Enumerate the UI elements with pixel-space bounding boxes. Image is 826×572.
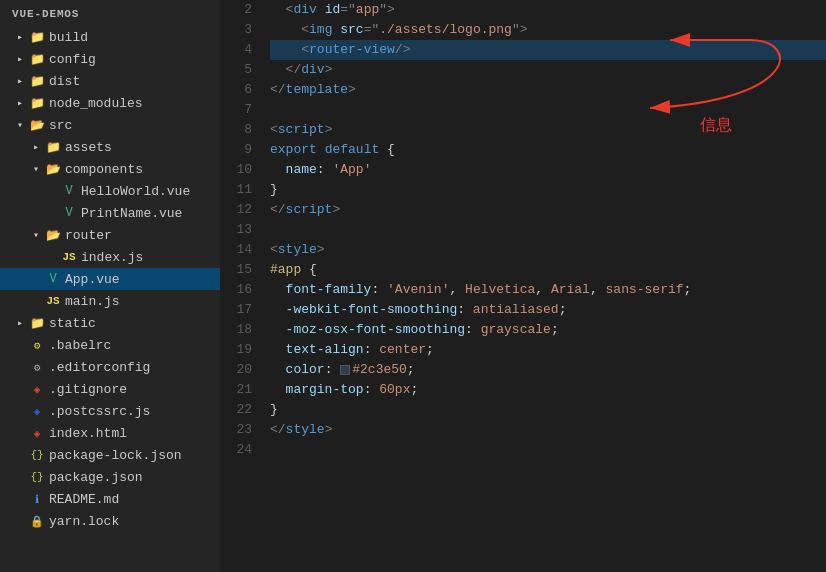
arrow-router — [28, 229, 44, 241]
code-line-23: </style> — [270, 420, 826, 440]
line-numbers: 2 3 4 5 6 7 8 9 10 11 12 13 14 15 16 17 … — [220, 0, 262, 572]
code-line-15: #app { — [270, 260, 826, 280]
sidebar-item-appvue[interactable]: V App.vue — [0, 268, 220, 290]
label-postcssrc: .postcssrc.js — [49, 404, 150, 419]
label-packagelock: package-lock.json — [49, 448, 182, 463]
folder-icon-build: 📁 — [28, 30, 46, 45]
pkglock-icon: {} — [28, 449, 46, 461]
js-icon-main: JS — [44, 295, 62, 307]
folder-icon-config: 📁 — [28, 52, 46, 67]
vue-icon-printname: V — [60, 206, 78, 220]
sidebar-item-config[interactable]: 📁 config — [0, 48, 220, 70]
sidebar-item-router[interactable]: 📂 router — [0, 224, 220, 246]
git-icon: ◈ — [28, 383, 46, 396]
arrow-assets — [28, 141, 44, 153]
folder-icon-components: 📂 — [44, 162, 62, 177]
sidebar-item-dist[interactable]: 📁 dist — [0, 70, 220, 92]
sidebar-item-editorconfig[interactable]: ⚙ .editorconfig — [0, 356, 220, 378]
yarn-icon: 🔒 — [28, 515, 46, 528]
code-line-4: <router-view/> — [270, 40, 826, 60]
sidebar-item-readme[interactable]: ℹ README.md — [0, 488, 220, 510]
label-packagejson: package.json — [49, 470, 143, 485]
arrow-components — [28, 163, 44, 175]
sidebar-item-packagejson[interactable]: {} package.json — [0, 466, 220, 488]
code-line-14: <style> — [270, 240, 826, 260]
sidebar-item-babelrc[interactable]: ⚙ .babelrc — [0, 334, 220, 356]
folder-icon-static: 📁 — [28, 316, 46, 331]
code-line-2: <div id="app"> — [270, 0, 826, 20]
label-appvue: App.vue — [65, 272, 120, 287]
json-icon: {} — [28, 471, 46, 483]
sidebar-item-static[interactable]: 📁 static — [0, 312, 220, 334]
color-swatch-2c3e50 — [340, 365, 350, 375]
folder-icon-src: 📂 — [28, 118, 46, 133]
code-line-18: -moz-osx-font-smoothing: grayscale; — [270, 320, 826, 340]
label-build: build — [49, 30, 88, 45]
js-icon-router-index: JS — [60, 251, 78, 263]
label-src: src — [49, 118, 72, 133]
code-line-20: color: #2c3e50; — [270, 360, 826, 380]
sidebar-header: VUE-DEMOS — [0, 0, 220, 26]
sidebar-item-router-indexjs[interactable]: JS index.js — [0, 246, 220, 268]
code-line-12: </script> — [270, 200, 826, 220]
label-printname: PrintName.vue — [81, 206, 182, 221]
sidebar-item-build[interactable]: 📁 build — [0, 26, 220, 48]
sidebar-item-gitignore[interactable]: ◈ .gitignore — [0, 378, 220, 400]
folder-icon-assets: 📁 — [44, 140, 62, 155]
label-components: components — [65, 162, 143, 177]
sidebar-item-packagelockjson[interactable]: {} package-lock.json — [0, 444, 220, 466]
vue-icon-appvue: V — [44, 272, 62, 286]
code-line-3: <img src="./assets/logo.png"> — [270, 20, 826, 40]
arrow-build — [12, 31, 28, 43]
sidebar-item-printname[interactable]: V PrintName.vue — [0, 202, 220, 224]
label-babelrc: .babelrc — [49, 338, 111, 353]
code-line-16: font-family: 'Avenin', Helvetica, Arial,… — [270, 280, 826, 300]
babel-icon: ⚙ — [28, 339, 46, 352]
folder-icon-router: 📂 — [44, 228, 62, 243]
vue-icon-helloworld: V — [60, 184, 78, 198]
code-line-8: <script> — [270, 120, 826, 140]
arrow-static — [12, 317, 28, 329]
code-line-22: } — [270, 400, 826, 420]
sidebar-item-yarnlock[interactable]: 🔒 yarn.lock — [0, 510, 220, 532]
arrow-config — [12, 53, 28, 65]
label-router: router — [65, 228, 112, 243]
sidebar: VUE-DEMOS 📁 build 📁 config 📁 dist 📁 node… — [0, 0, 220, 572]
sidebar-item-postcssrc[interactable]: ◈ .postcssrc.js — [0, 400, 220, 422]
code-line-13 — [270, 220, 826, 240]
code-line-7 — [270, 100, 826, 120]
editor-icon: ⚙ — [28, 361, 46, 374]
arrow-dist — [12, 75, 28, 87]
code-line-24 — [270, 440, 826, 460]
code-line-6: </template> — [270, 80, 826, 100]
sidebar-item-indexhtml[interactable]: ◈ index.html — [0, 422, 220, 444]
folder-icon-dist: 📁 — [28, 74, 46, 89]
readme-icon: ℹ — [28, 493, 46, 506]
label-editorconfig: .editorconfig — [49, 360, 150, 375]
code-area[interactable]: <div id="app"> <img src="./assets/logo.p… — [262, 0, 826, 572]
code-line-19: text-align: center; — [270, 340, 826, 360]
sidebar-item-src[interactable]: 📂 src — [0, 114, 220, 136]
code-line-11: } — [270, 180, 826, 200]
label-indexhtml: index.html — [49, 426, 127, 441]
arrow-node_modules — [12, 97, 28, 109]
label-yarnlock: yarn.lock — [49, 514, 119, 529]
html-icon: ◈ — [28, 427, 46, 440]
label-helloworld: HelloWorld.vue — [81, 184, 190, 199]
code-line-17: -webkit-font-smoothing: antialiased; — [270, 300, 826, 320]
label-node_modules: node_modules — [49, 96, 143, 111]
sidebar-item-components[interactable]: 📂 components — [0, 158, 220, 180]
label-gitignore: .gitignore — [49, 382, 127, 397]
sidebar-item-mainjs[interactable]: JS main.js — [0, 290, 220, 312]
label-readme: README.md — [49, 492, 119, 507]
css-icon: ◈ — [28, 405, 46, 418]
label-dist: dist — [49, 74, 80, 89]
label-static: static — [49, 316, 96, 331]
arrow-src — [12, 119, 28, 131]
sidebar-item-helloworld[interactable]: V HelloWorld.vue — [0, 180, 220, 202]
code-line-5: </div> — [270, 60, 826, 80]
sidebar-item-assets[interactable]: 📁 assets — [0, 136, 220, 158]
code-line-9: export default { — [270, 140, 826, 160]
sidebar-item-node_modules[interactable]: 📁 node_modules — [0, 92, 220, 114]
editor-content: 2 3 4 5 6 7 8 9 10 11 12 13 14 15 16 17 … — [220, 0, 826, 572]
